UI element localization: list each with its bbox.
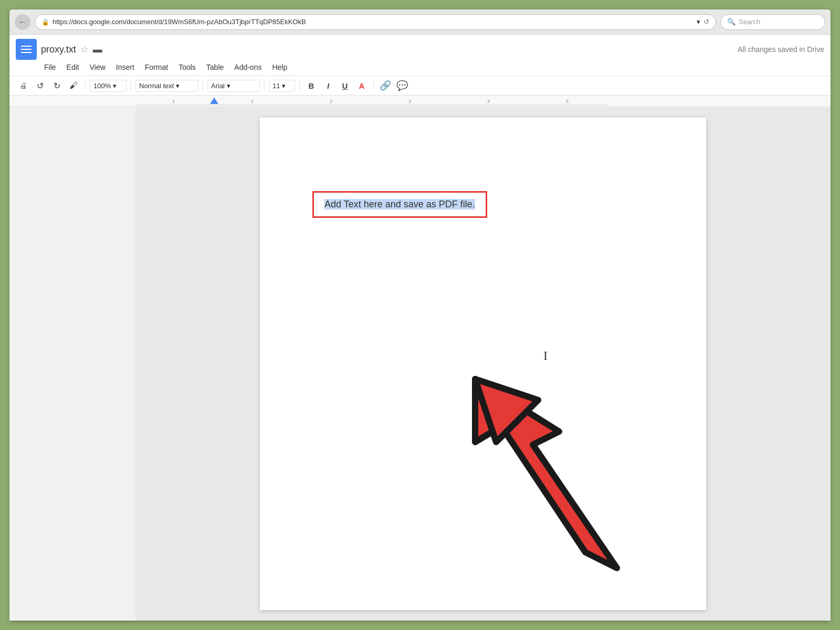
svg-text:5: 5: [566, 99, 569, 104]
menu-item-table[interactable]: Table: [201, 61, 229, 74]
undo-icon: ↺: [37, 81, 44, 91]
menu-item-format[interactable]: Format: [140, 61, 173, 74]
docs-title-bar: proxy.txt ☆ ▬ All changes saved in Drive: [9, 35, 831, 61]
print-icon: 🖨: [19, 81, 27, 90]
print-button[interactable]: 🖨: [16, 78, 30, 93]
italic-button[interactable]: I: [321, 78, 335, 93]
svg-text:4: 4: [487, 99, 490, 104]
menu-line-1: [21, 46, 32, 47]
undo-button[interactable]: ↺: [33, 78, 47, 93]
menu-line-2: [21, 49, 32, 50]
size-dropdown-icon: ▾: [282, 82, 286, 90]
document-filename: proxy.txt: [41, 44, 76, 55]
comment-icon: 💬: [396, 80, 408, 91]
paintformat-icon: 🖌: [69, 81, 78, 90]
docs-body: Add Text here and save as PDF file. I: [9, 107, 831, 621]
docs-menu-bar: File Edit View Insert Format Tools Table…: [9, 61, 831, 76]
font-size-selector[interactable]: 11 ▾: [269, 80, 295, 92]
docs-page[interactable]: Add Text here and save as PDF file. I: [260, 118, 706, 610]
text-color-button[interactable]: A: [354, 78, 369, 93]
zoom-value: 100%: [93, 82, 111, 90]
toolbar-divider-5: [299, 80, 300, 91]
browser-window: ← 🔒 https://docs.google.com/document/d/1…: [9, 9, 831, 621]
menu-item-edit[interactable]: Edit: [61, 61, 85, 74]
search-bar[interactable]: 🔍 Search: [720, 14, 825, 30]
star-icon[interactable]: ☆: [80, 44, 89, 55]
svg-text:2: 2: [330, 99, 332, 104]
font-dropdown-icon: ▾: [227, 82, 230, 90]
toolbar-divider-4: [264, 80, 265, 91]
link-button[interactable]: 🔗: [378, 78, 393, 93]
menu-item-file[interactable]: File: [39, 61, 61, 74]
dropdown-icon: ▾: [697, 18, 700, 26]
svg-text:1: 1: [172, 99, 175, 104]
toolbar-divider-2: [131, 80, 131, 91]
toolbar-divider-1: [85, 80, 86, 91]
text-highlight-box: Add Text here and save as PDF file.: [312, 191, 487, 218]
menu-item-tools[interactable]: Tools: [173, 61, 201, 74]
text-style-selector[interactable]: Normal text ▾: [135, 80, 198, 92]
text-cursor: I: [543, 349, 547, 363]
toolbar-divider-6: [373, 80, 374, 91]
docs-header: proxy.txt ☆ ▬ All changes saved in Drive…: [9, 35, 831, 76]
style-dropdown-icon: ▾: [176, 82, 180, 90]
browser-chrome: ← 🔒 https://docs.google.com/document/d/1…: [9, 9, 831, 35]
url-text: https://docs.google.com/document/d/19WmS…: [52, 18, 694, 26]
docs-toolbar: 🖨 ↺ ↻ 🖌 100% ▾ Normal text ▾ Arial ▾ 11: [9, 76, 831, 96]
red-arrow: [465, 369, 675, 579]
zoom-selector[interactable]: 100% ▾: [90, 80, 127, 92]
menu-item-help[interactable]: Help: [267, 61, 292, 74]
address-bar[interactable]: 🔒 https://docs.google.com/document/d/19W…: [35, 14, 716, 30]
underline-button[interactable]: U: [338, 78, 352, 93]
svg-marker-7: [210, 98, 218, 104]
arrow-svg: [465, 369, 675, 579]
document-selected-text: Add Text here and save as PDF file.: [324, 199, 475, 209]
menu-item-view[interactable]: View: [85, 61, 111, 74]
redo-icon: ↻: [54, 81, 60, 91]
ruler: 1 1 2 3 4 5: [9, 96, 831, 107]
hamburger-menu-button[interactable]: [16, 39, 37, 60]
font-selector[interactable]: Arial ▾: [207, 80, 260, 92]
lock-icon: 🔒: [41, 18, 49, 26]
font-size-value: 11: [272, 82, 280, 90]
menu-item-insert[interactable]: Insert: [111, 61, 140, 74]
docs-page-area[interactable]: Add Text here and save as PDF file. I: [135, 107, 831, 621]
font-value: Arial: [211, 82, 225, 90]
toolbar-divider-3: [203, 80, 203, 91]
paintformat-button[interactable]: 🖌: [66, 78, 81, 93]
search-icon: 🔍: [727, 18, 736, 26]
search-placeholder: Search: [739, 18, 760, 26]
svg-text:1: 1: [251, 99, 254, 104]
save-status: All changes saved in Drive: [738, 45, 824, 54]
folder-icon[interactable]: ▬: [93, 44, 102, 55]
ruler-svg: 1 1 2 3 4 5: [135, 96, 608, 107]
menu-item-addons[interactable]: Add-ons: [229, 61, 267, 74]
zoom-dropdown-icon: ▾: [113, 82, 117, 90]
link-icon: 🔗: [380, 80, 391, 91]
redo-button[interactable]: ↻: [49, 78, 64, 93]
menu-line-3: [21, 52, 32, 53]
back-icon: ←: [18, 17, 27, 27]
back-button[interactable]: ←: [15, 14, 30, 30]
bold-button[interactable]: B: [304, 78, 319, 93]
docs-sidebar: [9, 107, 135, 621]
refresh-icon: ↺: [704, 18, 709, 26]
svg-text:3: 3: [408, 99, 411, 104]
comment-button[interactable]: 💬: [395, 78, 410, 93]
text-style-value: Normal text: [139, 82, 174, 90]
